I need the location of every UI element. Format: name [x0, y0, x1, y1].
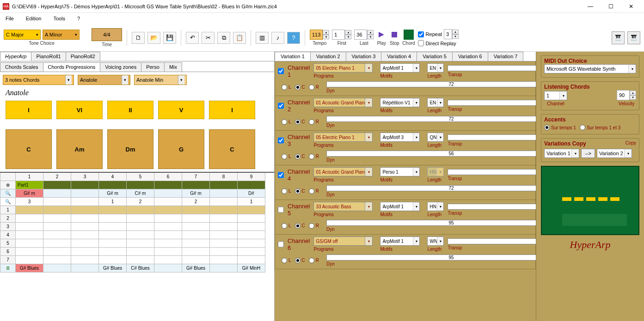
direct-replay-checkbox[interactable] — [418, 40, 424, 46]
grid-cell[interactable]: 1 — [99, 198, 127, 206]
tab-hyperarp[interactable]: HyperArp — [0, 52, 31, 61]
tempo-spinner[interactable]: 113 ▲▼ — [310, 30, 329, 40]
grid-cell[interactable] — [238, 223, 265, 231]
listen-channel-select[interactable]: 1▾ — [544, 91, 567, 100]
grid-cell[interactable] — [16, 231, 43, 239]
grid-cell[interactable] — [127, 248, 154, 256]
grid-cell[interactable] — [182, 214, 210, 223]
grid-cell[interactable]: 3 — [16, 198, 43, 206]
channel-enable-checkbox[interactable] — [278, 206, 284, 213]
motif-select[interactable]: ArpMotif 1▾ — [380, 202, 420, 211]
motif-select[interactable]: Perso 1▾ — [380, 167, 420, 176]
grid-cell[interactable] — [154, 231, 182, 239]
dyn-select[interactable]: 72▾ — [326, 116, 536, 122]
length-select[interactable]: HN▾ — [427, 202, 444, 211]
dyn-select[interactable]: 95▾ — [326, 220, 536, 226]
lcr-radio-group[interactable]: L C R — [282, 188, 319, 194]
program-select[interactable]: 01 Acoustic Grand Piano▾ — [313, 167, 373, 176]
tab-chords-scales[interactable]: Chords Scales — [0, 62, 43, 72]
grid-cell[interactable] — [127, 239, 154, 248]
grid-cell[interactable] — [99, 248, 127, 256]
grid-cell[interactable] — [154, 214, 182, 223]
undo-icon[interactable]: ↶ — [186, 32, 199, 44]
grid-cell[interactable] — [210, 248, 238, 256]
grid-cell[interactable] — [71, 231, 99, 239]
repeat-checkbox[interactable] — [418, 31, 424, 37]
degree-tile[interactable]: V — [158, 101, 204, 119]
tab-variation-5[interactable]: Variation 5 — [417, 52, 453, 61]
program-select[interactable]: 05 Electric Piano 1▾ — [313, 133, 373, 142]
lcr-radio-group[interactable]: L C R — [282, 154, 319, 159]
dyn-select[interactable]: 72▾ — [326, 81, 536, 87]
grid-cell[interactable]: G# m — [99, 189, 127, 198]
grid-cell[interactable] — [182, 239, 210, 248]
grid-cell[interactable] — [99, 239, 127, 248]
menu-?[interactable]: ? — [77, 16, 80, 21]
degree-tile[interactable]: I — [209, 101, 255, 119]
transpose-select[interactable]: -7▾ — [448, 238, 536, 244]
grid-cell[interactable] — [127, 214, 154, 223]
chord-tile[interactable]: Am — [56, 129, 103, 169]
grid-cell[interactable] — [210, 239, 238, 248]
grid-cell[interactable] — [43, 239, 71, 248]
motif-select[interactable]: ArpMotif 1▾ — [380, 63, 420, 73]
grid-cell[interactable] — [182, 256, 210, 264]
grid-cell[interactable] — [210, 231, 238, 239]
grid-cell[interactable] — [16, 239, 43, 248]
play-button[interactable] — [376, 30, 386, 40]
tab-pianoroll2[interactable]: PianoRoll2 — [66, 52, 100, 61]
grid-cell[interactable] — [238, 214, 265, 223]
grid-cell[interactable] — [154, 256, 182, 264]
tab-chords-progressions[interactable]: Chords Progressions — [43, 62, 101, 72]
menu-edition[interactable]: Edition — [26, 16, 42, 21]
dyn-select[interactable]: 56▾ — [326, 151, 536, 157]
tone-minor-select[interactable]: A Minor▾ — [43, 30, 80, 40]
grid-cell[interactable] — [210, 256, 238, 264]
grid-cell[interactable] — [182, 231, 210, 239]
tab-variation-6[interactable]: Variation 6 — [452, 52, 488, 61]
lcr-radio-group[interactable]: L C R — [282, 258, 319, 263]
menu-file[interactable]: File — [6, 16, 14, 21]
grid-cell[interactable] — [238, 231, 265, 239]
grid-cell[interactable]: G# m — [182, 189, 210, 198]
program-select[interactable]: GS/GM off▾ — [313, 236, 373, 246]
chord-tile[interactable]: Dm — [107, 129, 153, 169]
grid-cell[interactable]: C# Blues — [127, 264, 154, 273]
grid-cell[interactable] — [182, 248, 210, 256]
grid-cell[interactable] — [16, 214, 43, 223]
close-button[interactable]: ✕ — [621, 0, 641, 13]
accent-opt1-radio[interactable]: Sur temps 1 — [544, 125, 576, 130]
grid-cell[interactable] — [238, 256, 265, 264]
lcr-radio-group[interactable]: L C R — [282, 223, 319, 229]
degree-tile[interactable]: II — [107, 101, 153, 119]
grid-cell[interactable] — [43, 231, 71, 239]
grid-cell[interactable]: G# Blues — [182, 264, 210, 273]
grid-cell[interactable] — [127, 223, 154, 231]
repeat-spinner[interactable]: 3▲▼ — [444, 29, 459, 39]
length-select[interactable]: EN▾ — [427, 98, 444, 107]
motif-select[interactable]: ArpMotif 3▾ — [380, 133, 420, 142]
grid-cell[interactable] — [16, 256, 43, 264]
grid-cell[interactable] — [43, 214, 71, 223]
grid-cell[interactable] — [71, 239, 99, 248]
chord-button[interactable] — [404, 30, 414, 40]
note-icon[interactable]: ♪ — [271, 32, 284, 44]
grid-cell[interactable] — [238, 239, 265, 248]
grid-cell[interactable]: G# Blues — [99, 264, 127, 273]
velocity-spinner[interactable]: 90▲▼ — [617, 90, 636, 100]
grid-cell[interactable] — [99, 223, 127, 231]
cut-icon[interactable]: ✂ — [202, 32, 215, 44]
grid-cell[interactable]: 2 — [127, 198, 154, 206]
help-icon[interactable]: ? — [287, 32, 300, 44]
length-select[interactable]: EN▾ — [427, 63, 444, 73]
grid-cell[interactable] — [16, 223, 43, 231]
lcr-radio-group[interactable]: L C R — [282, 85, 319, 90]
length-select[interactable]: HN▾ — [427, 167, 444, 176]
zoom-in-icon[interactable]: 🔍 — [0, 189, 16, 198]
tab-variation-3[interactable]: Variation 3 — [346, 52, 382, 61]
grid-cell[interactable] — [182, 223, 210, 231]
length-select[interactable]: WN▾ — [427, 236, 444, 246]
copy-from-select[interactable]: Variation 1▾ — [544, 149, 579, 158]
lcr-radio-group[interactable]: L C R — [282, 119, 319, 125]
accent-opt2-radio[interactable]: Sur temps 1 et 3 — [580, 125, 620, 130]
